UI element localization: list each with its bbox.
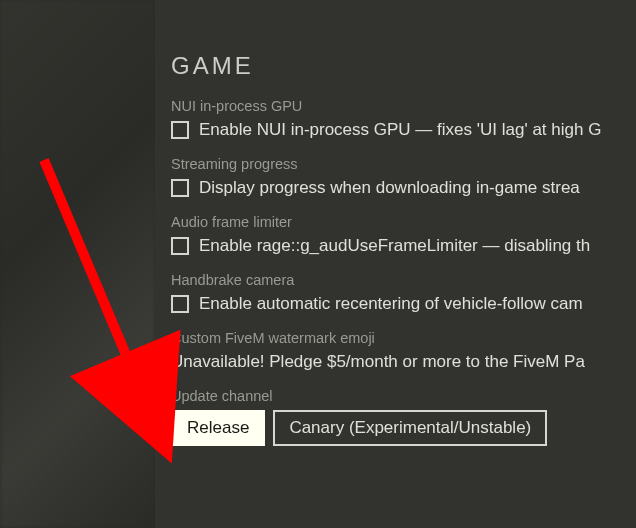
setting-nui-gpu: NUI in-process GPU Enable NUI in-process… [171, 98, 636, 140]
checkbox-audio-limiter[interactable] [171, 237, 189, 255]
checkbox-text: Display progress when downloading in-gam… [199, 178, 580, 198]
checkbox-row: Enable NUI in-process GPU — fixes 'UI la… [171, 120, 636, 140]
background-blur-left [0, 0, 155, 528]
channel-row: Release Canary (Experimental/Unstable) [171, 410, 636, 446]
channel-canary-button[interactable]: Canary (Experimental/Unstable) [273, 410, 547, 446]
setting-streaming: Streaming progress Display progress when… [171, 156, 636, 198]
setting-update-channel: Update channel Release Canary (Experimen… [171, 388, 636, 446]
setting-label: Custom FiveM watermark emoji [171, 330, 636, 346]
checkbox-text: Enable NUI in-process GPU — fixes 'UI la… [199, 120, 601, 140]
checkbox-text: Enable automatic recentering of vehicle-… [199, 294, 583, 314]
section-title-game: GAME [171, 52, 636, 80]
checkbox-row: Display progress when downloading in-gam… [171, 178, 636, 198]
watermark-unavailable-text: Unavailable! Pledge $5/month or more to … [171, 352, 636, 372]
checkbox-row: Enable automatic recentering of vehicle-… [171, 294, 636, 314]
setting-label: Streaming progress [171, 156, 636, 172]
checkbox-row: Enable rage::g_audUseFrameLimiter — disa… [171, 236, 636, 256]
settings-panel: GAME NUI in-process GPU Enable NUI in-pr… [155, 20, 636, 528]
setting-label: Update channel [171, 388, 636, 404]
setting-label: Audio frame limiter [171, 214, 636, 230]
setting-watermark: Custom FiveM watermark emoji Unavailable… [171, 330, 636, 372]
setting-label: NUI in-process GPU [171, 98, 636, 114]
setting-label: Handbrake camera [171, 272, 636, 288]
checkbox-nui-gpu[interactable] [171, 121, 189, 139]
setting-audio-limiter: Audio frame limiter Enable rage::g_audUs… [171, 214, 636, 256]
checkbox-streaming[interactable] [171, 179, 189, 197]
checkbox-text: Enable rage::g_audUseFrameLimiter — disa… [199, 236, 590, 256]
channel-release-button[interactable]: Release [171, 410, 265, 446]
checkbox-handbrake[interactable] [171, 295, 189, 313]
background-top-strip [155, 0, 636, 20]
setting-handbrake: Handbrake camera Enable automatic recent… [171, 272, 636, 314]
